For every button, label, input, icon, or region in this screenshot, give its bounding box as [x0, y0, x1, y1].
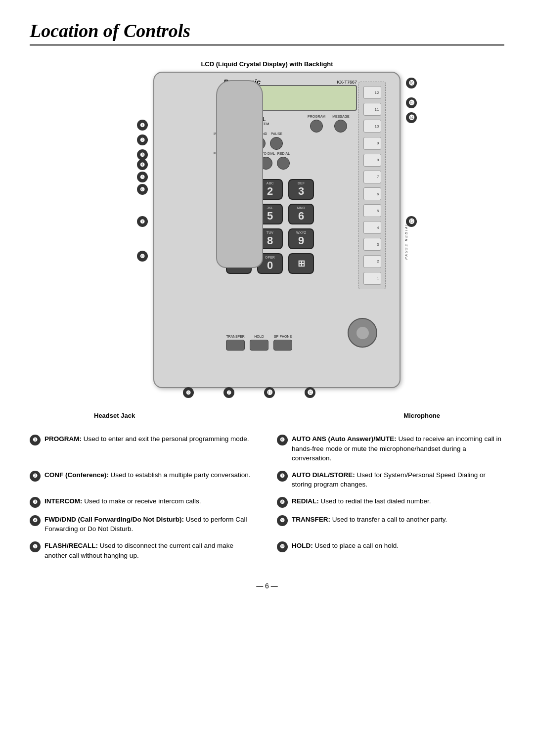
- desc-badge-8: ❽: [277, 497, 288, 508]
- callout-5: ❺: [137, 172, 148, 182]
- dss-key-7[interactable]: 7: [363, 171, 381, 183]
- dss-key-12[interactable]: 12: [363, 86, 381, 99]
- desc-item-3: ❸ INTERCOM: Used to make or receive inte…: [30, 496, 257, 508]
- callout-1: ❶: [137, 120, 148, 131]
- nav-center: [356, 327, 369, 339]
- hold-button[interactable]: [250, 340, 268, 351]
- microphone-label: Microphone: [403, 412, 440, 419]
- dss-keys: 12 11 10 9 8 7 6 5 4 3 2 1: [358, 82, 386, 289]
- callout-15: ⓯: [406, 97, 417, 108]
- pause-button[interactable]: [270, 137, 283, 150]
- desc-text-9: TRANSFER: Used to transfer a call to ano…: [292, 515, 447, 525]
- key-9[interactable]: WXYZ 9: [288, 228, 314, 249]
- bottom-function-row: TRANSFER HOLD SP-PHONE: [226, 335, 292, 351]
- desc-badge-6: ❻: [277, 435, 288, 445]
- desc-text-8: REDIAL: Used to redial the last dialed n…: [292, 496, 431, 506]
- transfer-group: TRANSFER: [226, 335, 245, 351]
- program-button[interactable]: [310, 120, 323, 133]
- callout-11-bottom: ⓫: [264, 387, 275, 398]
- bottom-callouts: ❾ ❿ ⓫ ⓬: [183, 387, 315, 398]
- desc-body-3: Used to make or receive intercom calls.: [84, 497, 201, 505]
- message-button[interactable]: [334, 120, 347, 133]
- desc-text-6: AUTO ANS (Auto Answer)/MUTE: Used to rec…: [292, 434, 504, 463]
- desc-bold-7: AUTO DIAL/STORE:: [292, 471, 355, 479]
- key-pound[interactable]: ⊞: [288, 253, 314, 274]
- desc-text-7: AUTO DIAL/STORE: Used for System/Persona…: [292, 470, 504, 489]
- spphone-button[interactable]: [273, 340, 292, 351]
- dss-key-5[interactable]: 5: [363, 204, 381, 217]
- spphone-label: SP-PHONE: [274, 335, 292, 339]
- desc-item-8: ❽ REDIAL: Used to redial the last dialed…: [277, 496, 504, 508]
- desc-item-10: ❿ HOLD: Used to place a call on hold.: [277, 541, 504, 560]
- key-6[interactable]: MNO 6: [288, 204, 314, 224]
- phone-body: Panasonic KX-T7667 D I G I T A L SUPER H…: [153, 72, 400, 388]
- desc-bold-9: TRANSFER:: [292, 516, 330, 523]
- hold-label: HOLD: [254, 335, 264, 339]
- program-label: PROGRAM: [308, 115, 325, 119]
- phone-diagram: Panasonic KX-T7667 D I G I T A L SUPER H…: [94, 72, 440, 408]
- callout-10-bottom: ❿: [223, 387, 234, 398]
- desc-item-7: ❼ AUTO DIAL/STORE: Used for System/Perso…: [277, 470, 504, 489]
- dss-key-10[interactable]: 10: [363, 120, 381, 133]
- desc-bold-2: CONF (Conference):: [44, 471, 109, 479]
- desc-text-10: HOLD: Used to place a call on hold.: [292, 541, 399, 551]
- bottom-labels: Headset Jack Microphone: [94, 412, 440, 419]
- key-3[interactable]: DEF 3: [288, 179, 314, 200]
- pause-group: PAUSE: [270, 132, 283, 150]
- nav-pad[interactable]: [348, 318, 377, 348]
- callout-9-bottom: ❾: [183, 387, 194, 398]
- desc-text-5: FLASH/RECALL: Used to disconnect the cur…: [44, 541, 257, 560]
- handset: [216, 80, 263, 268]
- desc-text-1: PROGRAM: Used to enter and exit the pers…: [44, 434, 249, 444]
- desc-item-5: ❺ FLASH/RECALL: Used to disconnect the c…: [30, 541, 257, 560]
- dss-key-4[interactable]: 4: [363, 221, 381, 234]
- descriptions-section: ❶ PROGRAM: Used to enter and exit the pe…: [30, 434, 504, 567]
- redial-button[interactable]: [277, 157, 290, 170]
- desc-bold-3: INTERCOM:: [44, 497, 83, 505]
- message-button-group: MESSAGE: [332, 115, 350, 133]
- spphone-group: SP-PHONE: [273, 335, 292, 351]
- desc-text-4: FWD/DND (Call Forwarding/Do Not Disturb)…: [44, 515, 257, 534]
- callout-3: ❸: [137, 149, 148, 160]
- dss-key-11[interactable]: 11: [363, 103, 381, 116]
- dss-key-2[interactable]: 2: [363, 255, 381, 268]
- callout-16: ⓰: [406, 78, 417, 89]
- page-title: Location of Controls: [30, 20, 504, 42]
- desc-badge-4: ❹: [30, 515, 41, 526]
- desc-item-2: ❷ CONF (Conference): Used to establish a…: [30, 470, 257, 489]
- desc-badge-5: ❺: [30, 541, 41, 552]
- headset-jack-label: Headset Jack: [94, 412, 135, 419]
- callout-7: ❼: [137, 216, 148, 227]
- callout-4: ❹: [137, 159, 148, 170]
- desc-badge-1: ❶: [30, 435, 41, 445]
- desc-bold-5: FLASH/RECALL:: [44, 542, 98, 549]
- desc-bold-6: AUTO ANS (Auto Answer)/MUTE:: [292, 435, 397, 443]
- desc-body-10: Used to place a call on hold.: [315, 542, 399, 549]
- dss-key-3[interactable]: 3: [363, 238, 381, 251]
- callout-12-bottom: ⓬: [305, 387, 315, 398]
- title-divider: [30, 44, 504, 45]
- desc-bold-1: PROGRAM:: [44, 435, 82, 443]
- lcd-label: LCD (Liquid Crystal Display) with Backli…: [201, 60, 333, 68]
- dss-key-1[interactable]: 1: [363, 272, 381, 285]
- dss-key-8[interactable]: 8: [363, 154, 381, 167]
- desc-bold-4: FWD/DND (Call Forwarding/Do Not Disturb)…: [44, 516, 184, 523]
- dss-key-6[interactable]: 6: [363, 187, 381, 200]
- desc-body-1: Used to enter and exit the personal prog…: [84, 435, 249, 443]
- dss-key-9[interactable]: 9: [363, 137, 381, 150]
- model-number: KX-T7667: [337, 80, 357, 85]
- redial-label: REDIAL: [277, 152, 290, 156]
- diagram-section: LCD (Liquid Crystal Display) with Backli…: [30, 60, 504, 419]
- desc-bold-10: HOLD:: [292, 542, 313, 549]
- redial-group: REDIAL: [277, 152, 290, 174]
- callout-14: ⓮: [406, 112, 417, 123]
- transfer-button[interactable]: [226, 340, 245, 351]
- desc-body-8: Used to redial the last dialed number.: [321, 497, 431, 505]
- desc-badge-9: ❾: [277, 515, 288, 526]
- transfer-label: TRANSFER: [226, 335, 245, 339]
- pause-label: PAUSE: [271, 132, 282, 136]
- desc-item-4: ❹ FWD/DND (Call Forwarding/Do Not Distur…: [30, 515, 257, 534]
- desc-badge-3: ❸: [30, 497, 41, 508]
- callout-6: ❻: [137, 184, 148, 195]
- callout-8: ❽: [137, 251, 148, 262]
